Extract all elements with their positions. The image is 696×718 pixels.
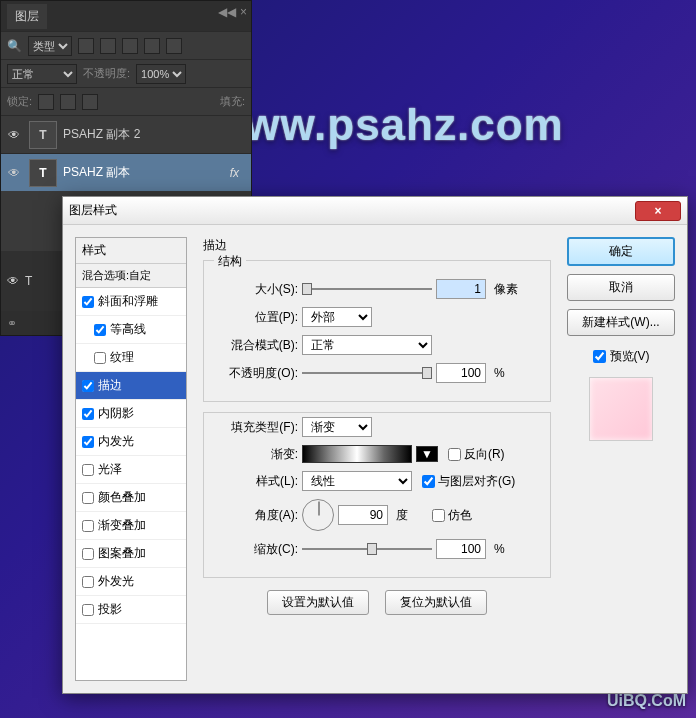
dither-checkbox[interactable] — [432, 509, 445, 522]
ok-button[interactable]: 确定 — [567, 237, 675, 266]
style-outer-glow[interactable]: 外发光 — [76, 568, 186, 596]
blend-select[interactable]: 正常 — [302, 335, 432, 355]
dialog-content: 描边 结构 大小(S): 像素 位置(P): 外部 混合模式(B): 正常 — [195, 237, 559, 681]
drop-shadow-checkbox[interactable] — [82, 604, 94, 616]
gradient-preview[interactable] — [302, 445, 412, 463]
gradient-label: 渐变: — [216, 446, 298, 463]
filter-shape-icon[interactable] — [144, 38, 160, 54]
section-title: 描边 — [203, 237, 551, 254]
reverse-checkbox[interactable] — [448, 448, 461, 461]
angle-dial[interactable] — [302, 499, 334, 531]
scale-input[interactable] — [436, 539, 486, 559]
inner-shadow-checkbox[interactable] — [82, 408, 94, 420]
size-slider[interactable] — [302, 281, 432, 297]
layer-item-1[interactable]: 👁 T PSAHZ 副本 2 — [1, 115, 251, 153]
style-contour[interactable]: 等高线 — [76, 316, 186, 344]
visibility-icon[interactable]: 👁 — [5, 128, 23, 142]
blend-mode-select[interactable]: 正常 — [7, 64, 77, 84]
preview-checkbox[interactable] — [593, 350, 606, 363]
styles-header[interactable]: 样式 — [76, 238, 186, 264]
inner-glow-checkbox[interactable] — [82, 436, 94, 448]
gradient-overlay-checkbox[interactable] — [82, 520, 94, 532]
scale-row: 缩放(C): % — [216, 539, 538, 559]
close-panel-icon[interactable]: × — [240, 5, 247, 19]
style-texture[interactable]: 纹理 — [76, 344, 186, 372]
texture-checkbox[interactable] — [94, 352, 106, 364]
pattern-overlay-checkbox[interactable] — [82, 548, 94, 560]
opacity-select[interactable]: 100% — [136, 64, 186, 84]
filter-adjust-icon[interactable] — [100, 38, 116, 54]
color-overlay-checkbox[interactable] — [82, 492, 94, 504]
style-pattern-overlay[interactable]: 图案叠加 — [76, 540, 186, 568]
opacity-label: 不透明度(O): — [216, 365, 298, 382]
link-icon[interactable]: ⚭ — [7, 316, 17, 330]
lock-pixels-icon[interactable] — [38, 94, 54, 110]
opacity-row: 不透明度(O): % — [216, 363, 538, 383]
close-button[interactable]: × — [635, 201, 681, 221]
contour-checkbox[interactable] — [94, 324, 106, 336]
style-drop-shadow[interactable]: 投影 — [76, 596, 186, 624]
tab-layers[interactable]: 图层 — [7, 4, 47, 29]
kind-select[interactable]: 类型 — [28, 36, 72, 56]
opacity-slider[interactable] — [302, 365, 432, 381]
panel-controls: ◀◀ × — [218, 5, 247, 19]
style-stroke[interactable]: 描边 — [76, 372, 186, 400]
stroke-checkbox[interactable] — [82, 380, 94, 392]
panel-lock-row: 锁定: 填充: — [1, 87, 251, 115]
satin-checkbox[interactable] — [82, 464, 94, 476]
set-default-button[interactable]: 设置为默认值 — [267, 590, 369, 615]
filter-pixel-icon[interactable] — [78, 38, 94, 54]
size-label: 大小(S): — [216, 281, 298, 298]
style-select[interactable]: 线性 — [302, 471, 412, 491]
fill-fieldset: 填充类型(F): 渐变 渐变: ▼ 反向(R) 样式(L): 线性 与图层对齐(… — [203, 412, 551, 578]
blend-label: 混合模式(B): — [216, 337, 298, 354]
style-inner-shadow[interactable]: 内阴影 — [76, 400, 186, 428]
preview-checkbox-group: 预览(V) — [567, 348, 675, 365]
dialog-titlebar[interactable]: 图层样式 × — [63, 197, 687, 225]
panel-tabs: 图层 ◀◀ × — [1, 1, 251, 31]
position-select[interactable]: 外部 — [302, 307, 372, 327]
preview-swatch — [589, 377, 653, 441]
cancel-button[interactable]: 取消 — [567, 274, 675, 301]
fx-badge[interactable]: fx — [230, 166, 247, 180]
visibility-icon[interactable]: 👁 — [5, 166, 23, 180]
visibility-icon[interactable]: 👁 — [7, 274, 19, 288]
bevel-checkbox[interactable] — [82, 296, 94, 308]
style-label: 样式(L): — [216, 473, 298, 490]
opacity-input[interactable] — [436, 363, 486, 383]
panel-filter-row: 🔍 类型 — [1, 31, 251, 59]
layer-thumb-type-icon: T — [29, 159, 57, 187]
style-bevel[interactable]: 斜面和浮雕 — [76, 288, 186, 316]
dialog-title: 图层样式 — [69, 202, 635, 219]
style-satin[interactable]: 光泽 — [76, 456, 186, 484]
style-inner-glow[interactable]: 内发光 — [76, 428, 186, 456]
layer-thumb-type-icon: T — [29, 121, 57, 149]
layer-item-2[interactable]: 👁 T PSAHZ 副本 fx — [1, 153, 251, 191]
align-checkbox[interactable] — [422, 475, 435, 488]
gradient-dropdown-icon[interactable]: ▼ — [416, 446, 438, 462]
lock-position-icon[interactable] — [60, 94, 76, 110]
layer-name: PSAHZ 副本 — [63, 164, 130, 181]
collapse-icon[interactable]: ◀◀ — [218, 5, 236, 19]
new-style-button[interactable]: 新建样式(W)... — [567, 309, 675, 336]
fill-label: 填充: — [220, 94, 245, 109]
scale-slider[interactable] — [302, 541, 432, 557]
filltype-select[interactable]: 渐变 — [302, 417, 372, 437]
default-buttons: 设置为默认值 复位为默认值 — [203, 590, 551, 615]
style-color-overlay[interactable]: 颜色叠加 — [76, 484, 186, 512]
style-row: 样式(L): 线性 与图层对齐(G) — [216, 471, 538, 491]
lock-all-icon[interactable] — [82, 94, 98, 110]
filter-smart-icon[interactable] — [166, 38, 182, 54]
opacity-label: 不透明度: — [83, 66, 130, 81]
outer-glow-checkbox[interactable] — [82, 576, 94, 588]
style-gradient-overlay[interactable]: 渐变叠加 — [76, 512, 186, 540]
dither-checkbox-group: 仿色 — [432, 507, 472, 524]
size-input[interactable] — [436, 279, 486, 299]
blend-options[interactable]: 混合选项:自定 — [76, 264, 186, 288]
angle-input[interactable] — [338, 505, 388, 525]
reset-default-button[interactable]: 复位为默认值 — [385, 590, 487, 615]
structure-legend: 结构 — [214, 253, 246, 270]
size-unit: 像素 — [494, 281, 518, 298]
filter-type-icon[interactable] — [122, 38, 138, 54]
styles-list: 样式 混合选项:自定 斜面和浮雕 等高线 纹理 描边 内阴影 内发光 光泽 颜色… — [75, 237, 187, 681]
